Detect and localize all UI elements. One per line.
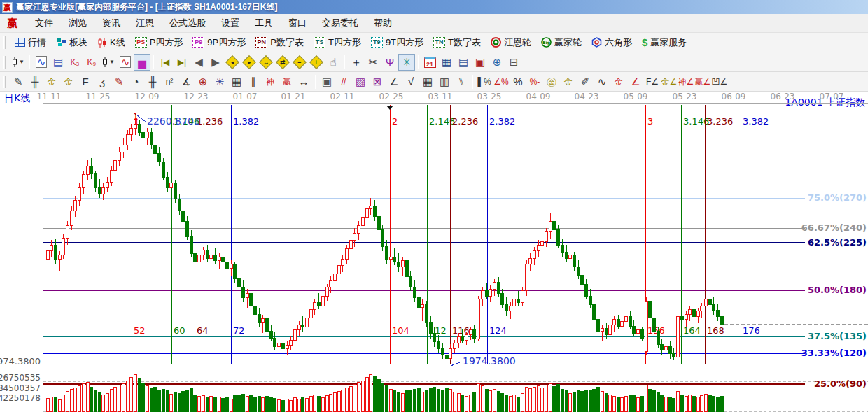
candle[interactable] (421, 299, 424, 322)
candle[interactable] (158, 147, 161, 166)
volume-bar[interactable] (625, 397, 628, 411)
volume-bar[interactable] (389, 389, 392, 411)
volume-bar[interactable] (701, 396, 704, 412)
volume-bar[interactable] (398, 392, 400, 411)
volume-bar[interactable] (230, 399, 232, 411)
candle[interactable] (513, 296, 516, 313)
volume-bar[interactable] (226, 397, 229, 411)
shen-grid-tool[interactable]: 神 (262, 73, 279, 90)
volume-bar[interactable] (601, 392, 603, 412)
angle-ying-tool[interactable]: 赢∠ (694, 73, 711, 90)
candle[interactable] (589, 289, 592, 308)
volume-bar[interactable] (629, 396, 631, 412)
nine-p-square-button[interactable]: P99P四方形 (188, 34, 251, 51)
volume-bar[interactable] (130, 378, 133, 411)
volume-bar[interactable] (505, 395, 508, 411)
volume-bar[interactable] (346, 388, 349, 411)
volume-bar[interactable] (473, 393, 476, 412)
candle[interactable] (393, 248, 396, 265)
volume-bar[interactable] (126, 381, 129, 411)
candle[interactable] (314, 299, 316, 315)
gann-line-tool[interactable]: ╫ (27, 73, 43, 90)
volume-bar[interactable] (581, 392, 584, 412)
volume-bar[interactable] (110, 390, 113, 412)
volume-bar[interactable] (501, 393, 504, 411)
width-measure-tool[interactable]: ↔ (295, 73, 312, 90)
volume-bar[interactable] (477, 384, 480, 411)
candle[interactable] (118, 147, 121, 166)
volume-bar[interactable] (174, 392, 176, 411)
volume-bar[interactable] (270, 397, 272, 411)
percent-line-tool[interactable]: %- (526, 73, 543, 90)
gold-bar-tool[interactable]: 金 (560, 73, 577, 90)
candle[interactable] (250, 291, 253, 311)
volume-bar[interactable] (633, 395, 636, 411)
volume-bar[interactable] (517, 397, 520, 412)
volume-bar[interactable] (649, 390, 652, 412)
volume-bar[interactable] (561, 390, 564, 412)
volume-bar[interactable] (250, 395, 253, 411)
candle[interactable] (605, 323, 608, 339)
volume-bar[interactable] (405, 391, 408, 411)
candle[interactable] (337, 262, 340, 279)
gold-circle-tool[interactable]: ㊎ (543, 73, 560, 90)
candle[interactable] (525, 260, 528, 296)
grid-dense-tool[interactable]: ▦ (419, 73, 436, 90)
fan-lines-tool[interactable]: // (335, 73, 352, 90)
candle[interactable] (262, 315, 265, 334)
fan-box-tool[interactable]: ▨ (352, 73, 369, 90)
candle[interactable] (290, 336, 293, 350)
volume-bar[interactable] (106, 394, 109, 411)
volume-bar[interactable] (266, 397, 269, 411)
candle[interactable] (633, 320, 636, 336)
volume-bar[interactable] (298, 399, 300, 411)
volume-bar[interactable] (417, 388, 420, 411)
candle[interactable] (405, 255, 408, 280)
web-grid-tool[interactable]: ✳ (211, 73, 228, 90)
calendar-button[interactable]: 21 (421, 54, 438, 71)
candle[interactable] (253, 299, 256, 319)
candle[interactable] (58, 251, 61, 271)
volume-bar[interactable] (246, 397, 248, 411)
menu-item-3[interactable]: 资讯 (94, 14, 128, 32)
candle[interactable] (86, 160, 89, 180)
last-page-button[interactable]: ▶| (174, 54, 190, 71)
gold-split-tool[interactable]: 金 (43, 73, 60, 90)
volume-bar[interactable] (685, 397, 687, 411)
candle[interactable] (258, 308, 260, 327)
period-selector[interactable]: ▼ (10, 54, 27, 71)
volume-bar[interactable] (326, 396, 328, 412)
fib-tool[interactable]: F (77, 73, 94, 90)
candle[interactable] (505, 297, 508, 316)
candle[interactable] (122, 138, 125, 158)
volume-bar[interactable] (118, 385, 121, 411)
angle-shen-tool[interactable]: 神∠ (678, 73, 694, 90)
volume-bar[interactable] (354, 385, 356, 411)
volume-bar[interactable] (640, 397, 643, 411)
volume-bar[interactable] (461, 395, 464, 411)
candle[interactable] (318, 293, 321, 309)
volume-bar[interactable] (426, 390, 428, 412)
volume-bar[interactable] (178, 393, 181, 411)
volume-bar[interactable] (365, 377, 368, 411)
volume-bar[interactable] (696, 397, 699, 412)
angle-f-tool[interactable]: F∠ (644, 73, 661, 90)
volume-bar[interactable] (441, 390, 444, 411)
candle[interactable] (413, 280, 416, 301)
volume-bar[interactable] (677, 392, 680, 411)
volume-bar[interactable] (62, 395, 65, 411)
ying-grid-tool[interactable]: 赢 (279, 73, 295, 90)
volume-bar[interactable] (214, 398, 216, 411)
volume-bar[interactable] (393, 390, 396, 411)
candle[interactable] (170, 179, 173, 198)
candle[interactable] (549, 213, 552, 238)
candle[interactable] (417, 291, 420, 313)
box-select-tool[interactable]: ▣ (318, 73, 335, 90)
candle[interactable] (114, 155, 117, 175)
volume-bar[interactable] (198, 397, 201, 411)
volume-bar[interactable] (421, 392, 424, 411)
candle[interactable] (386, 240, 388, 264)
candle[interactable] (609, 321, 612, 338)
volume-bar[interactable] (238, 396, 241, 412)
volume-bar[interactable] (186, 390, 189, 411)
